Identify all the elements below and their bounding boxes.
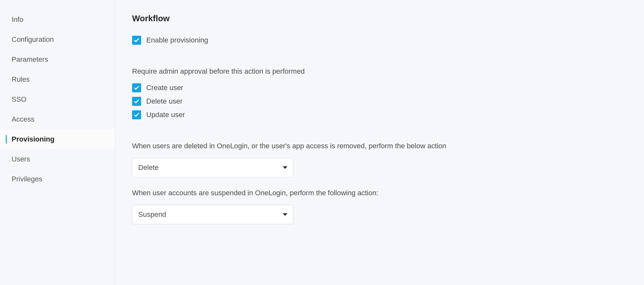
sidebar-item-label: Parameters — [12, 55, 48, 63]
checkmark-icon — [134, 112, 139, 118]
deleted-action-text: When users are deleted in OneLogin, or t… — [132, 142, 631, 150]
sidebar: Info Configuration Parameters Rules SSO … — [0, 0, 115, 285]
suspended-action-value: Suspend — [138, 210, 166, 219]
sidebar-item-label: SSO — [12, 95, 26, 103]
sidebar-item-privileges[interactable]: Privileges — [0, 169, 115, 189]
sidebar-item-provisioning[interactable]: Provisioning — [0, 129, 115, 149]
suspended-action-select[interactable]: Suspend — [132, 205, 293, 224]
create-user-checkbox[interactable] — [132, 83, 141, 92]
deleted-action-value: Delete — [138, 163, 159, 172]
sidebar-item-sso[interactable]: SSO — [0, 89, 115, 109]
delete-user-label: Delete user — [146, 97, 183, 106]
create-user-label: Create user — [146, 84, 183, 92]
update-user-label: Update user — [146, 111, 185, 119]
checkmark-icon — [134, 85, 139, 91]
suspended-action-select-wrapper: Suspend — [132, 205, 293, 224]
section-title: Workflow — [132, 14, 631, 23]
delete-user-checkbox[interactable] — [132, 97, 141, 106]
checkmark-icon — [134, 98, 139, 104]
update-user-checkbox[interactable] — [132, 110, 141, 119]
suspended-action-text: When user accounts are suspended in OneL… — [132, 189, 631, 197]
enable-provisioning-checkbox[interactable] — [132, 36, 141, 45]
require-approval-text: Require admin approval before this actio… — [132, 67, 631, 76]
deleted-action-select[interactable]: Delete — [132, 158, 293, 177]
sidebar-item-label: Access — [12, 115, 34, 123]
sidebar-item-label: Configuration — [12, 35, 54, 43]
main-content: Workflow Enable provisioning Require adm… — [115, 0, 644, 285]
sidebar-item-parameters[interactable]: Parameters — [0, 50, 115, 69]
sidebar-item-label: Users — [12, 155, 30, 163]
sidebar-item-label: Rules — [12, 75, 30, 83]
deleted-action-select-wrapper: Delete — [132, 158, 293, 177]
enable-provisioning-row: Enable provisioning — [132, 36, 631, 45]
sidebar-item-info[interactable]: Info — [0, 10, 115, 30]
sidebar-item-configuration[interactable]: Configuration — [0, 30, 115, 50]
sidebar-item-rules[interactable]: Rules — [0, 69, 115, 89]
sidebar-item-access[interactable]: Access — [0, 109, 115, 129]
sidebar-item-label: Provisioning — [12, 135, 54, 143]
delete-user-row: Delete user — [132, 97, 631, 106]
create-user-row: Create user — [132, 83, 631, 92]
checkmark-icon — [134, 37, 139, 43]
update-user-row: Update user — [132, 110, 631, 119]
enable-provisioning-label: Enable provisioning — [146, 36, 208, 44]
sidebar-item-label: Privileges — [12, 175, 42, 183]
sidebar-item-users[interactable]: Users — [0, 149, 115, 169]
sidebar-item-label: Info — [12, 15, 24, 23]
